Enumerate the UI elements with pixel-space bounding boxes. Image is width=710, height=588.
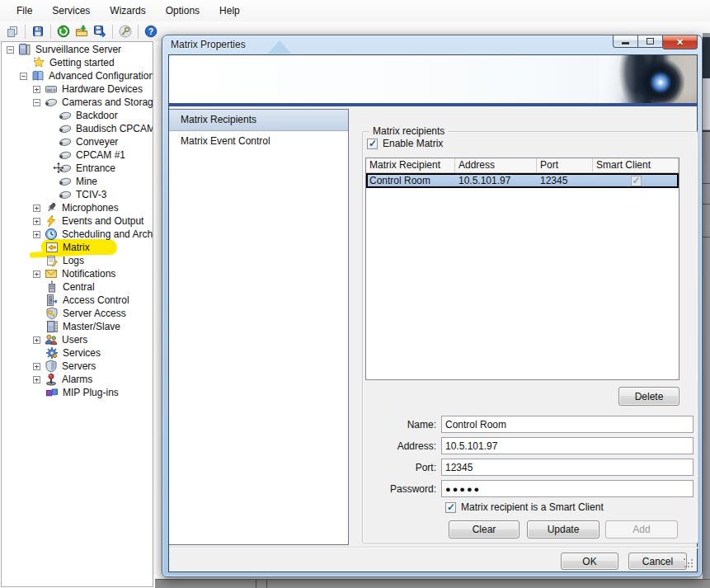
table-body: Control Room10.5.101.9712345✓: [366, 173, 679, 188]
tree-item-conveyer[interactable]: Conveyer: [2, 135, 153, 148]
export-config-button[interactable]: [91, 23, 109, 40]
export-config-icon: [93, 25, 106, 38]
collapse-icon[interactable]: −: [20, 73, 27, 80]
name-field[interactable]: [441, 416, 694, 433]
tree-item-master-slave[interactable]: Master/Slave: [2, 320, 153, 333]
menu-item-services[interactable]: Services: [42, 2, 100, 20]
tree-item-notifications[interactable]: +Notifications: [2, 267, 153, 280]
tree-item-cameras-and-storage[interactable]: −Cameras and Storage: [2, 96, 153, 109]
tree-item-users[interactable]: +Users: [2, 333, 153, 346]
port-field[interactable]: [441, 459, 694, 476]
key-button[interactable]: [116, 23, 134, 40]
table-row[interactable]: Control Room10.5.101.9712345✓: [366, 173, 679, 188]
cell: Control Room: [366, 174, 455, 187]
enable-matrix-checkbox[interactable]: ✓ Enable Matrix: [367, 138, 443, 149]
smart-client-checkbox[interactable]: ✓ Matrix recipient is a Smart Client: [445, 501, 604, 513]
delete-button[interactable]: Delete: [618, 387, 679, 406]
close-icon: ✕: [676, 37, 684, 48]
tree-item-label: Backdoor: [74, 110, 120, 121]
tree-item-tciv-3[interactable]: TCIV-3: [2, 188, 153, 201]
add-button[interactable]: Add: [605, 520, 678, 539]
tree-item-label: Logs: [61, 255, 86, 266]
tree-item-backdoor[interactable]: Backdoor: [2, 109, 153, 122]
tree-item-surveillance-server[interactable]: −Surveillance Server: [2, 43, 153, 56]
tree-item-mip-plug-ins[interactable]: MIP Plug-ins: [2, 386, 153, 399]
password-field[interactable]: [441, 480, 694, 497]
tree-item-label: Hardware Devices: [60, 83, 144, 95]
tree-item-server-access[interactable]: Server Access: [2, 307, 153, 320]
smart-client-label: Matrix recipient is a Smart Client: [461, 501, 604, 513]
collapse-icon[interactable]: −: [33, 99, 40, 106]
restart-services-icon: [57, 25, 70, 38]
column-header-matrix-recipient[interactable]: Matrix Recipient: [366, 158, 455, 172]
expand-icon[interactable]: +: [33, 363, 40, 370]
camera-icon: [59, 162, 72, 175]
nav-item-matrix-event-control[interactable]: Matrix Event Control: [169, 131, 348, 153]
menu-item-file[interactable]: File: [7, 2, 42, 20]
tree-item-servers[interactable]: +Servers: [2, 360, 153, 373]
users-icon: [45, 333, 58, 346]
tree-item-mine[interactable]: Mine: [2, 175, 153, 188]
tree-item-microphones[interactable]: +Microphones: [2, 201, 153, 214]
column-header-port[interactable]: Port: [537, 158, 593, 172]
expand-icon[interactable]: +: [33, 336, 40, 344]
tree-item-matrix[interactable]: Matrix: [2, 241, 153, 254]
menu-item-wizards[interactable]: Wizards: [100, 2, 155, 20]
tree-item-scheduling-and-archiv[interactable]: +Scheduling and Archiv: [2, 228, 153, 241]
matrix-properties-dialog: Matrix Properties ✕ Matrix RecipientsMat…: [162, 35, 703, 577]
menu-item-help[interactable]: Help: [209, 2, 250, 20]
restart-services-button[interactable]: [54, 23, 73, 40]
tree-item-access-control[interactable]: Access Control: [2, 294, 153, 307]
titlebar-watermark: [268, 40, 291, 54]
move-cursor-icon: [52, 162, 65, 175]
tree-item-advanced-configuration[interactable]: −Advanced Configuration: [2, 69, 153, 82]
help-button[interactable]: ?: [142, 23, 160, 40]
close-button[interactable]: ✕: [662, 35, 698, 49]
tree-item-logs[interactable]: Logs: [2, 254, 153, 267]
expand-icon[interactable]: +: [33, 205, 40, 212]
resize-grip[interactable]: [684, 558, 694, 569]
dialog-banner: [169, 55, 697, 103]
collapse-icon[interactable]: −: [7, 46, 14, 54]
expand-icon[interactable]: +: [33, 270, 40, 278]
tree-item-baudisch-cpcam[interactable]: Baudisch CPCAM: [2, 122, 153, 135]
field-label: Name:: [359, 419, 441, 430]
update-button[interactable]: Update: [527, 520, 600, 539]
expand-icon[interactable]: +: [33, 218, 40, 225]
tree-item-alarms[interactable]: +Alarms: [2, 373, 153, 386]
tree-item-entrance[interactable]: Entrance: [2, 162, 153, 175]
tree-item-getting-started[interactable]: Getting started: [2, 56, 153, 69]
maximize-button[interactable]: [638, 35, 662, 48]
check-mark-icon: ✓: [632, 175, 641, 186]
tree-item-services[interactable]: Services: [2, 346, 153, 360]
column-header-smart-client[interactable]: Smart Client: [593, 158, 679, 172]
tree-item-central[interactable]: Central: [2, 280, 153, 294]
tree-item-hardware-devices[interactable]: +Hardware Devices: [2, 82, 153, 96]
nav-item-matrix-recipients[interactable]: Matrix Recipients: [169, 110, 348, 131]
minimize-button[interactable]: [613, 35, 638, 48]
form-row-address: Address:: [359, 437, 694, 454]
clear-button[interactable]: Clear: [449, 520, 520, 539]
save-button[interactable]: [29, 23, 47, 40]
menu-item-options[interactable]: Options: [156, 2, 209, 20]
checkbox-icon: ✓: [367, 139, 378, 149]
column-header-address[interactable]: Address: [455, 158, 537, 172]
tree-item-cpcam-1[interactable]: CPCAM #1: [2, 148, 153, 162]
import-config-button[interactable]: [73, 23, 91, 40]
lightning-icon: [45, 214, 58, 228]
navigation-tree: −Surveillance ServerGetting started−Adva…: [1, 41, 153, 587]
expand-icon[interactable]: +: [33, 86, 40, 93]
expand-icon[interactable]: +: [33, 376, 40, 383]
tree-item-label: MIP Plug-ins: [61, 387, 120, 398]
copy-pages-button[interactable]: [3, 23, 21, 40]
ok-button[interactable]: OK: [561, 553, 618, 570]
smart-client-check-icon: ✓: [631, 176, 642, 186]
address-field[interactable]: [441, 437, 694, 454]
expand-icon[interactable]: +: [33, 231, 40, 238]
checkbox-icon: ✓: [445, 502, 456, 513]
field-label: Address:: [359, 440, 441, 452]
tree-item-label: Servers: [60, 360, 97, 372]
dialog-title: Matrix Properties: [171, 39, 246, 50]
cancel-button[interactable]: Cancel: [628, 553, 687, 570]
tree-item-events-and-output[interactable]: +Events and Output: [2, 214, 153, 228]
